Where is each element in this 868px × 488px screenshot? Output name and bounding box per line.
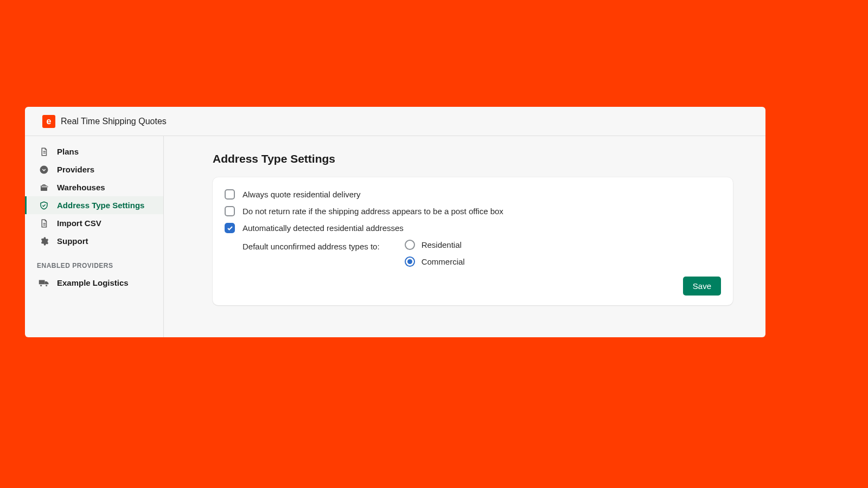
titlebar: e Real Time Shipping Quotes xyxy=(25,107,765,136)
radio-label: Residential xyxy=(422,240,462,249)
checkbox-row-always-residential[interactable]: Always quote residential delivery xyxy=(225,189,721,200)
app-title: Real Time Shipping Quotes xyxy=(61,117,167,126)
radio-commercial[interactable] xyxy=(405,256,415,267)
main-content: Address Type Settings Always quote resid… xyxy=(164,136,765,337)
briefcase-icon xyxy=(39,182,49,193)
default-address-type-row: Default unconfirmed address types to: Re… xyxy=(225,240,721,267)
radio-row-residential[interactable]: Residential xyxy=(405,240,465,250)
checkbox-row-auto-detect[interactable]: Automatically detected residential addre… xyxy=(225,223,721,233)
sidebar-provider-example-logistics[interactable]: Example Logistics xyxy=(25,274,163,292)
sidebar-section-enabled-providers: ENABLED PROVIDERS xyxy=(25,250,163,274)
sidebar-item-label: Example Logistics xyxy=(57,278,129,287)
sidebar-item-plans[interactable]: Plans xyxy=(25,143,163,160)
default-address-type-label: Default unconfirmed address types to: xyxy=(242,240,380,251)
shield-check-icon xyxy=(39,200,49,211)
app-window: e Real Time Shipping Quotes Plans Provid… xyxy=(25,107,765,337)
checkbox-row-no-po-box[interactable]: Do not return rate if the shipping addre… xyxy=(225,206,721,216)
sidebar-item-label: Plans xyxy=(57,147,79,156)
file-icon xyxy=(39,218,49,229)
truck-icon xyxy=(39,278,49,288)
sidebar-item-warehouses[interactable]: Warehouses xyxy=(25,178,163,196)
svg-point-2 xyxy=(46,284,48,286)
sidebar-item-label: Warehouses xyxy=(57,183,105,192)
download-circle-icon xyxy=(39,164,49,175)
radio-residential[interactable] xyxy=(405,240,415,250)
checkbox-no-po-box[interactable] xyxy=(225,206,235,216)
file-list-icon xyxy=(39,146,49,157)
page-title: Address Type Settings xyxy=(213,152,733,165)
checkbox-label: Do not return rate if the shipping addre… xyxy=(242,207,503,216)
app-logo-icon: e xyxy=(42,115,55,128)
sidebar-item-import-csv[interactable]: Import CSV xyxy=(25,214,163,232)
svg-point-1 xyxy=(40,284,42,286)
sidebar-item-label: Providers xyxy=(57,165,94,174)
settings-card: Always quote residential delivery Do not… xyxy=(213,177,733,305)
radio-row-commercial[interactable]: Commercial xyxy=(405,256,465,267)
sidebar-item-label: Address Type Settings xyxy=(57,201,144,210)
sidebar-item-address-type-settings[interactable]: Address Type Settings xyxy=(25,196,163,214)
gear-icon xyxy=(39,236,49,247)
checkbox-always-residential[interactable] xyxy=(225,189,235,200)
sidebar: Plans Providers Warehouses Address Type … xyxy=(25,136,164,337)
radio-label: Commercial xyxy=(422,257,465,266)
checkbox-label: Automatically detected residential addre… xyxy=(242,223,404,233)
sidebar-item-label: Import CSV xyxy=(57,219,101,228)
body: Plans Providers Warehouses Address Type … xyxy=(25,136,765,337)
radio-group-default-type: Residential Commercial xyxy=(405,240,465,267)
svg-point-0 xyxy=(40,165,48,174)
sidebar-item-providers[interactable]: Providers xyxy=(25,160,163,178)
save-button[interactable]: Save xyxy=(683,277,721,296)
checkbox-label: Always quote residential delivery xyxy=(242,190,361,199)
sidebar-item-support[interactable]: Support xyxy=(25,232,163,250)
sidebar-item-label: Support xyxy=(57,236,88,246)
checkbox-auto-detect[interactable] xyxy=(225,223,235,233)
card-footer: Save xyxy=(225,277,721,296)
